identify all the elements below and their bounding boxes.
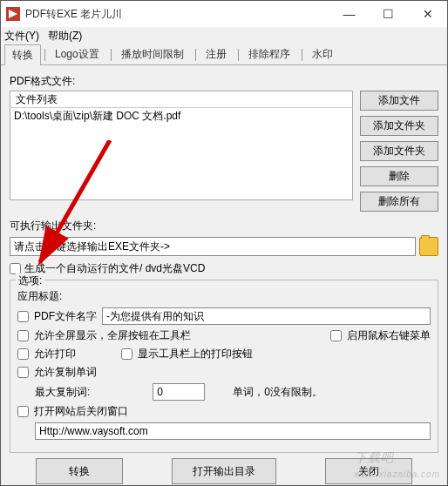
file-list-header: 文件列表 [10, 91, 353, 108]
convert-button[interactable]: 转换 [36, 458, 123, 484]
pdf-files-label: PDF格式文件: [10, 74, 438, 89]
add-file-button[interactable]: 添加文件 [360, 91, 438, 111]
apply-title-label: 应用标题: [17, 289, 431, 304]
options-fieldset: 选项: 应用标题: PDF文件名字 允许全屏显示，全屏按钮在工具栏 启用鼠标右键… [10, 280, 438, 453]
tab-watermark[interactable]: 水印 [304, 44, 341, 64]
show-print-btn-checkbox[interactable] [121, 348, 132, 360]
rightclick-label: 启用鼠标右键菜单 [347, 328, 431, 343]
allow-copy-label: 允许复制单词 [34, 365, 97, 380]
open-web-checkbox[interactable] [17, 406, 29, 417]
tab-convert[interactable]: 转换 [4, 44, 41, 65]
minimize-button[interactable]: — [329, 1, 369, 27]
menubar: 文件(Y) 帮助(Z) [1, 27, 447, 44]
file-list[interactable]: 文件列表 D:\tools\桌面\zip\新建 DOC 文档.pdf [10, 91, 353, 212]
pdf-name-input[interactable] [102, 307, 431, 325]
tab-time-limit[interactable]: 播放时间限制 [113, 44, 192, 64]
tab-logo[interactable]: Logo设置 [47, 44, 107, 64]
close-button[interactable]: ✕ [408, 1, 447, 27]
open-web-label: 打开网站后关闭窗口 [34, 404, 128, 419]
tab-register[interactable]: 注册 [198, 44, 234, 64]
open-output-dir-button[interactable]: 打开输出目录 [172, 458, 276, 484]
menu-file[interactable]: 文件(Y) [4, 29, 39, 44]
allow-print-checkbox[interactable] [17, 348, 29, 360]
allow-print-label: 允许打印 [34, 347, 76, 361]
app-icon [6, 7, 20, 21]
pdf-name-label: PDF文件名字 [34, 309, 97, 324]
add-folder-button-1[interactable]: 添加文件夹 [360, 116, 438, 136]
maximize-button[interactable]: ☐ [369, 1, 408, 27]
tab-exclude[interactable]: 排除程序 [241, 44, 298, 64]
tab-bar: 转换 Logo设置 播放时间限制 注册 排除程序 水印 [1, 44, 447, 65]
output-folder-input[interactable] [10, 237, 416, 256]
browse-folder-icon[interactable] [419, 237, 438, 256]
close-window-button[interactable]: 关闭 [325, 458, 412, 484]
fullscreen-label: 允许全屏显示，全屏按钮在工具栏 [34, 328, 191, 343]
options-legend: 选项: [16, 273, 44, 288]
titlebar: PDF转EXE 老片儿川 — ☐ ✕ [1, 1, 447, 27]
output-folder-label: 可执行输出文件夹: [10, 219, 438, 233]
rightclick-checkbox[interactable] [330, 330, 342, 341]
allow-copy-checkbox[interactable] [17, 367, 29, 378]
max-copy-label: 最大复制词: [35, 385, 90, 400]
pdf-name-checkbox[interactable] [17, 311, 29, 322]
show-print-btn-label: 显示工具栏上的打印按钮 [138, 347, 253, 361]
delete-button[interactable]: 删除 [360, 166, 438, 186]
add-folder-button-2[interactable]: 添加文件夹 [360, 141, 438, 161]
max-copy-suffix: 单词，0没有限制。 [233, 385, 322, 400]
fullscreen-checkbox[interactable] [17, 330, 29, 341]
autorun-label: 生成一个自动运行的文件/ dvd光盘VCD [24, 261, 205, 276]
url-input[interactable] [35, 422, 431, 440]
file-list-item[interactable]: D:\tools\桌面\zip\新建 DOC 文档.pdf [14, 109, 349, 124]
max-copy-input[interactable] [153, 383, 205, 401]
window-title: PDF转EXE 老片儿川 [25, 7, 122, 22]
menu-help[interactable]: 帮助(Z) [48, 29, 82, 44]
delete-all-button[interactable]: 删除所有 [360, 192, 438, 212]
